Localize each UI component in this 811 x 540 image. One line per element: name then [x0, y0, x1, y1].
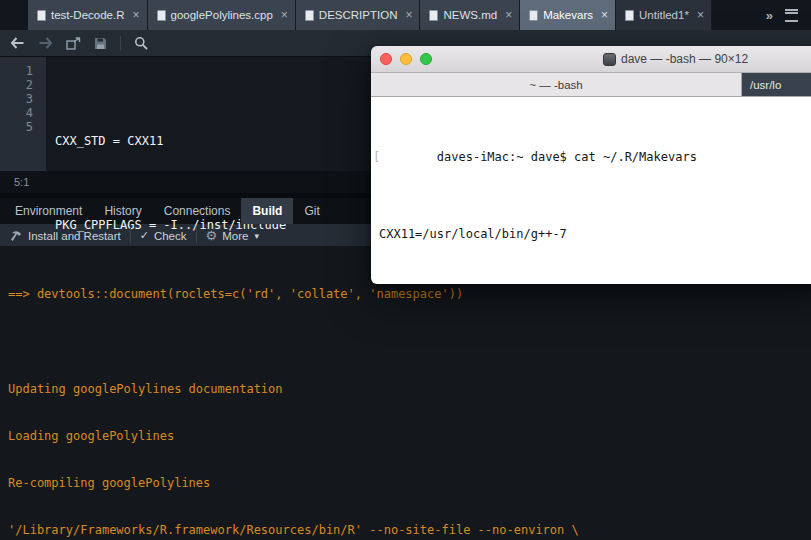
check-button[interactable]: ✓ Check	[140, 229, 187, 242]
line-number: 5	[0, 120, 33, 134]
terminal-title: dave — -bash — 90×12	[603, 46, 748, 72]
close-icon[interactable]: ×	[505, 9, 512, 21]
tab-untitled1[interactable]: Untitled1* ×	[616, 0, 712, 30]
text-file-icon	[625, 10, 634, 21]
terminal-line: [daves-iMac:~ dave$ cat ~/.R/Makevars	[379, 134, 811, 150]
line-number-gutter: 1 2 3 4 5	[0, 57, 46, 171]
close-icon[interactable]: ×	[697, 9, 704, 21]
chevron-down-icon: ▾	[254, 231, 259, 241]
tab-list-menu-icon[interactable]	[785, 9, 798, 22]
text-file-icon	[529, 10, 538, 21]
forward-button[interactable]	[38, 37, 53, 49]
tab-label: Untitled1*	[639, 9, 689, 21]
text-file-icon	[305, 10, 314, 21]
console-line: Updating googlePolylines documentation	[8, 382, 803, 398]
terminal-line	[379, 181, 811, 197]
minimize-window-icon[interactable]	[400, 53, 412, 65]
tab-makevars[interactable]: Makevars ×	[520, 0, 616, 30]
tab-googlepolylines-cpp[interactable]: googlePolylines.cpp ×	[148, 0, 296, 30]
line-number: 1	[0, 64, 33, 78]
tab-label: NEWS.md	[443, 9, 497, 21]
terminal-icon	[603, 53, 616, 66]
install-and-restart-button[interactable]: Install and Restart	[10, 230, 121, 242]
cpp-file-icon	[157, 10, 166, 21]
console-line: Re-compiling googlePolylines	[8, 476, 803, 492]
prompt-mark: [	[373, 150, 380, 166]
terminal-line: daves-iMac:~ dave$	[379, 274, 811, 285]
rstudio-window: test-Decode.R × googlePolylines.cpp × DE…	[0, 0, 811, 540]
terminal-title-bar[interactable]: dave — -bash — 90×12	[371, 46, 811, 73]
console-line: '/Library/Frameworks/R.framework/Resourc…	[8, 523, 803, 539]
editor-tab-bar: test-Decode.R × googlePolylines.cpp × DE…	[0, 0, 811, 30]
toolbar-separator	[130, 228, 131, 243]
back-button[interactable]	[10, 37, 25, 49]
check-icon: ✓	[140, 229, 149, 242]
tab-history[interactable]: History	[93, 198, 152, 224]
close-window-icon[interactable]	[380, 53, 392, 65]
line-number: 2	[0, 78, 33, 92]
terminal-tab-usr-local[interactable]: /usr/lo	[742, 73, 811, 96]
tab-connections[interactable]: Connections	[153, 198, 242, 224]
gear-icon: ⚙	[206, 229, 218, 242]
terminal-tab-bash[interactable]: ~ — -bash	[371, 73, 742, 96]
toolbar-separator	[120, 36, 121, 51]
close-icon[interactable]: ×	[281, 9, 288, 21]
r-file-icon	[37, 10, 46, 21]
tab-build[interactable]: Build	[241, 198, 293, 224]
open-in-new-window-button[interactable]	[66, 37, 81, 50]
close-icon[interactable]: ×	[405, 9, 412, 21]
text-file-icon	[429, 10, 438, 21]
hammer-icon	[10, 230, 23, 242]
close-icon[interactable]: ×	[601, 9, 608, 21]
tab-environment[interactable]: Environment	[4, 198, 93, 224]
build-console[interactable]: ==> devtools::document(roclets=c('rd', '…	[0, 246, 811, 540]
toolbar-separator	[196, 228, 197, 243]
console-line: Loading googlePolylines	[8, 429, 803, 445]
tab-label: Makevars	[543, 9, 593, 21]
search-icon[interactable]	[134, 36, 148, 50]
tab-test-decode-r[interactable]: test-Decode.R ×	[28, 0, 148, 30]
terminal-content[interactable]: [daves-iMac:~ dave$ cat ~/.R/Makevars CX…	[371, 97, 811, 284]
tab-label: googlePolylines.cpp	[171, 9, 273, 21]
save-button[interactable]	[94, 37, 107, 50]
window-controls	[380, 53, 432, 65]
more-menu-button[interactable]: ⚙ More ▾	[206, 229, 259, 242]
tab-label: test-Decode.R	[51, 9, 125, 21]
console-line: ==> devtools::document(roclets=c('rd', '…	[8, 287, 803, 303]
terminal-line: CXX11=/usr/local/bin/g++-7	[379, 227, 811, 243]
cursor-position[interactable]: 5:1	[14, 176, 29, 188]
tab-git[interactable]: Git	[293, 198, 330, 224]
tab-description[interactable]: DESCRIPTION ×	[296, 0, 421, 30]
tab-overflow-chevron-icon[interactable]: »	[766, 8, 773, 23]
close-icon[interactable]: ×	[133, 9, 140, 21]
terminal-window: dave — -bash — 90×12 ~ — -bash /usr/lo […	[371, 46, 811, 284]
console-line	[8, 335, 803, 351]
line-number: 4	[0, 106, 33, 120]
tab-overflow-controls: »	[753, 0, 811, 30]
tab-news-md[interactable]: NEWS.md ×	[420, 0, 520, 30]
line-number: 3	[0, 92, 33, 106]
tab-label: DESCRIPTION	[319, 9, 398, 21]
zoom-window-icon[interactable]	[420, 53, 432, 65]
terminal-tab-bar: ~ — -bash /usr/lo	[371, 73, 811, 97]
